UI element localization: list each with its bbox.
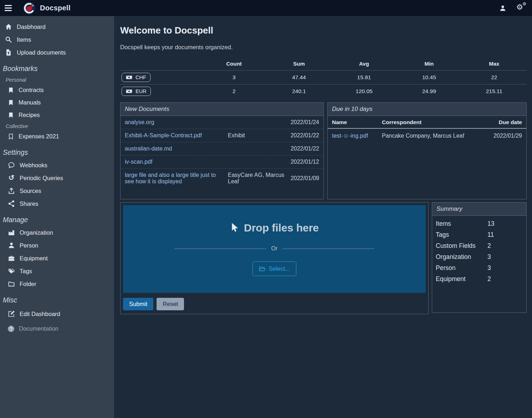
summary-row-equipment: Equipment 2 — [436, 274, 523, 285]
summary-row-items: Items 13 — [436, 218, 523, 229]
summary-row-organization: Organization 3 — [436, 251, 523, 262]
document-link[interactable]: analyse.org — [125, 119, 228, 126]
bookmark-outline-icon — [8, 133, 14, 139]
document-link[interactable]: australian-date.md — [125, 146, 228, 152]
sidebar-item-shares[interactable]: Shares — [0, 197, 114, 210]
currency-stats-table: Count Sum Avg Min Max CHF 3 47.44 15.81 … — [120, 58, 527, 98]
home-icon — [5, 23, 12, 30]
drop-title: Drop files here — [230, 222, 319, 234]
sidebar-item-items[interactable]: Items — [0, 33, 114, 46]
person-icon — [8, 242, 15, 249]
edit-icon — [8, 310, 15, 317]
sidebar-item-folder[interactable]: Folder — [0, 277, 114, 290]
list-item: iv-scan.pdf 2022/01/12 — [121, 156, 323, 169]
list-item: analyse.org 2022/01/24 — [121, 116, 323, 129]
file-upload-icon — [5, 49, 12, 56]
document-link[interactable]: large file and also a large title just t… — [125, 172, 228, 185]
list-item: large file and also a large title just t… — [121, 169, 323, 188]
select-files-button[interactable]: Select... — [252, 261, 297, 276]
stats-col-min: Min — [397, 58, 461, 71]
list-item: Exhibit-A-Sample-Contract.pdf Exhibit 20… — [121, 129, 323, 142]
submit-button[interactable]: Submit — [123, 298, 153, 310]
bookmark-filled-icon — [8, 100, 14, 106]
stats-col-count: Count — [201, 58, 266, 71]
history-icon — [8, 174, 15, 182]
bookmark-filled-icon — [8, 87, 14, 93]
stats-col-max: Max — [462, 58, 527, 71]
sidebar-item-dashboard[interactable]: Dasbhoard — [0, 20, 114, 33]
sidebar: Dasbhoard Items Upload documents Bookmar… — [0, 16, 114, 418]
docspell-logo-icon — [23, 2, 36, 15]
stats-col-avg: Avg — [332, 58, 397, 71]
file-dropzone[interactable]: Drop files here Or Select... — [123, 205, 426, 293]
folder-open-icon — [259, 266, 266, 272]
new-documents-panel: New Documents analyse.org 2022/01/24 Exh… — [120, 102, 324, 199]
document-link[interactable]: iv-scan.pdf — [125, 159, 228, 165]
sidebar-item-expenses-2021[interactable]: Expenses 2021 — [0, 130, 114, 143]
upload-icon — [8, 187, 15, 194]
summary-title: Summary — [432, 203, 526, 216]
sidebar-item-webhooks[interactable]: Webhooks — [0, 159, 114, 172]
manage-section-title: Manage — [0, 216, 114, 224]
comment-icon — [8, 162, 15, 169]
summary-panel: Summary Items 13 Tags 11 Custom Fields 2… — [432, 202, 527, 313]
table-row: test-☺-ing.pdf Pancake Company, Marcus L… — [328, 129, 526, 143]
briefcase-icon — [8, 255, 15, 262]
user-icon[interactable] — [499, 5, 506, 12]
money-bill-icon — [126, 75, 132, 80]
new-documents-title: New Documents — [121, 103, 323, 116]
settings-section-title: Settings — [0, 148, 114, 157]
question-circle-icon — [8, 326, 14, 332]
topbar: Docspell — [0, 0, 532, 16]
table-row: CHF 3 47.44 15.81 10.45 22 — [120, 71, 527, 85]
tags-icon — [8, 267, 15, 275]
document-link[interactable]: Exhibit-A-Sample-Contract.pdf — [125, 132, 228, 139]
sidebar-item-periodic-queries[interactable]: Periodic Queries — [0, 172, 114, 184]
sidebar-item-tags[interactable]: Tags — [0, 265, 114, 277]
sidebar-item-contracts[interactable]: Contracts — [0, 84, 114, 96]
due-panel-title: Due in 10 days — [328, 103, 526, 116]
due-panel: Due in 10 days Name Correspondent Due da… — [327, 102, 527, 199]
search-icon — [5, 36, 12, 43]
app-title: Docspell — [40, 4, 71, 12]
share-icon — [8, 200, 15, 207]
summary-row-custom-fields: Custom Fields 2 — [436, 240, 523, 251]
gears-icon[interactable] — [516, 4, 526, 12]
due-table-header: Name Correspondent Due date — [328, 116, 526, 129]
bookmarks-group-collective: Collective — [0, 121, 114, 130]
document-link[interactable]: test-☺-ing.pdf — [332, 133, 382, 139]
sidebar-item-equipment[interactable]: Equipment — [0, 252, 114, 265]
stats-col-sum: Sum — [266, 58, 331, 71]
bookmarks-group-personal: Personal — [0, 75, 114, 84]
sidebar-item-edit-dashboard[interactable]: Edit Dashboard — [0, 306, 114, 321]
list-item: australian-date.md 2022/01/22 — [121, 142, 323, 156]
sidebar-item-manuals[interactable]: Manuals — [0, 96, 114, 109]
mouse-pointer-icon — [230, 223, 239, 233]
summary-row-person: Person 3 — [436, 262, 523, 274]
table-row: EUR 2 240.1 120.05 24.99 215.11 — [120, 85, 527, 98]
sidebar-item-upload-documents[interactable]: Upload documents — [0, 46, 114, 59]
misc-section-title: Misc — [0, 296, 114, 304]
reset-button[interactable]: Reset — [157, 298, 184, 310]
main-content: Welcome to Docspell Docspell keeps your … — [114, 16, 532, 418]
menu-icon[interactable] — [0, 0, 16, 16]
currency-badge: CHF — [122, 73, 150, 82]
page-subtitle: Docspell keeps your documents organized. — [120, 44, 527, 51]
page-title: Welcome to Docspell — [120, 25, 527, 36]
sidebar-item-recipes[interactable]: Recipes — [0, 109, 114, 121]
bookmark-filled-icon — [8, 112, 14, 118]
sidebar-item-person[interactable]: Person — [0, 239, 114, 252]
or-divider: Or — [174, 245, 374, 252]
industry-icon — [8, 229, 15, 236]
money-bill-icon — [126, 89, 132, 93]
sidebar-item-organization[interactable]: Organization — [0, 226, 114, 239]
currency-badge: EUR — [122, 87, 151, 96]
sidebar-item-sources[interactable]: Sources — [0, 184, 114, 197]
upload-panel: Drop files here Or Select... Submit Rese… — [120, 202, 429, 314]
bookmarks-section-title: Bookmarks — [0, 65, 114, 73]
summary-row-tags: Tags 11 — [436, 229, 523, 240]
sidebar-item-documentation[interactable]: Documentation — [0, 321, 114, 336]
brand[interactable]: Docspell — [23, 2, 71, 15]
folder-icon — [8, 280, 15, 287]
